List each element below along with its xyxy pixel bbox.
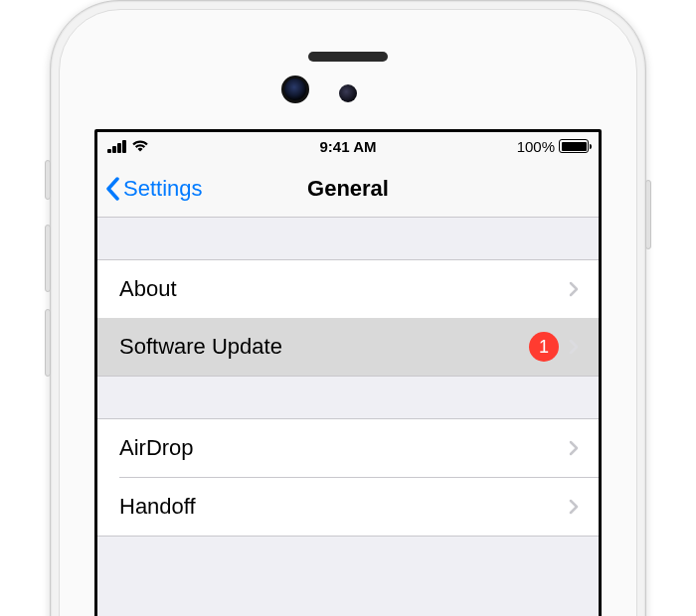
phone-bezel: 9:41 AM 100% Settings General xyxy=(59,9,637,616)
page-title: General xyxy=(307,176,389,202)
cell-label: About xyxy=(119,276,569,302)
power-button xyxy=(645,180,651,249)
status-time: 9:41 AM xyxy=(320,138,377,155)
wifi-icon xyxy=(131,139,149,153)
battery-icon xyxy=(559,139,589,153)
front-camera xyxy=(281,76,309,103)
cell-label: AirDrop xyxy=(119,435,569,461)
battery-percentage: 100% xyxy=(517,138,555,155)
chevron-right-icon xyxy=(569,440,579,456)
list-group: AirDrop Handoff xyxy=(97,418,599,537)
speaker-grille xyxy=(308,52,388,62)
chevron-right-icon xyxy=(569,499,579,515)
settings-list: About Software Update 1 xyxy=(97,218,599,537)
phone-frame: 9:41 AM 100% Settings General xyxy=(50,0,646,616)
back-label: Settings xyxy=(123,176,203,202)
status-bar: 9:41 AM 100% xyxy=(97,132,599,160)
notification-badge: 1 xyxy=(529,332,559,362)
cell-label: Software Update xyxy=(119,334,529,360)
cell-software-update[interactable]: Software Update 1 xyxy=(97,318,599,376)
back-button[interactable]: Settings xyxy=(97,176,203,202)
cell-about[interactable]: About xyxy=(97,260,599,318)
volume-down-button xyxy=(45,309,51,377)
cellular-signal-icon xyxy=(107,140,126,153)
cell-handoff[interactable]: Handoff xyxy=(97,478,599,536)
screen: 9:41 AM 100% Settings General xyxy=(94,129,602,616)
proximity-sensor xyxy=(339,84,357,102)
navigation-bar: Settings General xyxy=(97,160,599,218)
mute-switch xyxy=(45,160,51,200)
cell-airdrop[interactable]: AirDrop xyxy=(97,419,599,477)
volume-up-button xyxy=(45,225,51,292)
chevron-right-icon xyxy=(569,339,579,355)
chevron-right-icon xyxy=(569,281,579,297)
cell-label: Handoff xyxy=(119,494,569,520)
chevron-left-icon xyxy=(105,177,119,201)
list-group: About Software Update 1 xyxy=(97,259,599,377)
